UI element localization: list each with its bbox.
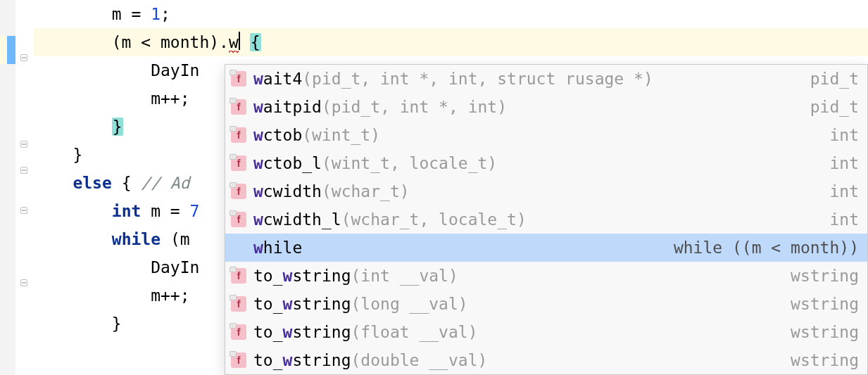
fold-marker-icon[interactable] bbox=[20, 141, 27, 148]
completion-return-type: wstring bbox=[791, 262, 859, 290]
completion-name: to_wstring bbox=[253, 262, 351, 290]
completion-params: (wint_t) bbox=[302, 121, 380, 149]
completion-name: wcwidth bbox=[253, 177, 322, 205]
completion-params: (wint_t, locale_t) bbox=[322, 149, 497, 177]
fold-marker-icon[interactable] bbox=[20, 54, 27, 61]
fold-marker-icon[interactable] bbox=[20, 279, 27, 286]
function-icon: f bbox=[231, 155, 246, 171]
completion-return-type: int bbox=[829, 205, 859, 234]
completion-params: (wchar_t) bbox=[322, 177, 410, 205]
completion-return-type: int bbox=[829, 121, 859, 149]
completion-params: (wchar_t, locale_t) bbox=[341, 205, 527, 234]
autocomplete-popup[interactable]: fwait4(pid_t, int *, int, struct rusage … bbox=[225, 64, 868, 375]
function-icon: f bbox=[231, 212, 246, 227]
function-icon: f bbox=[231, 71, 246, 87]
completion-item[interactable]: fto_wstring(float __val)wstring bbox=[225, 318, 867, 346]
typed-text: w bbox=[229, 33, 239, 53]
completion-params: (double __val) bbox=[351, 346, 488, 374]
completion-name: to_wstring bbox=[253, 290, 351, 318]
completion-return-type: int bbox=[829, 177, 859, 205]
completion-name: wctob bbox=[253, 121, 302, 149]
completion-name: wcwidth_l bbox=[253, 205, 341, 234]
brace-highlight: { bbox=[250, 33, 261, 51]
change-marker bbox=[7, 36, 15, 64]
completion-return-type: pid_t bbox=[810, 65, 859, 93]
completion-item[interactable]: fwcwidth_l(wchar_t, locale_t)int bbox=[225, 205, 867, 234]
completion-params: (long __val) bbox=[351, 290, 468, 318]
completion-params: (pid_t, int *, int, struct rusage *) bbox=[302, 65, 653, 93]
completion-return-type: wstring bbox=[791, 346, 859, 374]
completion-return-type: while ((m < month)) bbox=[674, 234, 859, 262]
function-icon: f bbox=[231, 184, 246, 199]
fold-marker-icon[interactable] bbox=[20, 207, 27, 214]
completion-item[interactable]: whilewhile ((m < month)) bbox=[225, 234, 867, 262]
editor-area[interactable]: m = 1; (m < month).w { DayIn m++; } } el… bbox=[0, 0, 868, 375]
completion-return-type: wstring bbox=[791, 318, 859, 346]
completion-item[interactable]: fwaitpid(pid_t, int *, int)pid_t bbox=[225, 93, 867, 121]
brace-highlight: } bbox=[112, 117, 123, 136]
completion-name: to_wstring bbox=[253, 318, 351, 346]
completion-name: waitpid bbox=[253, 93, 322, 121]
function-icon: f bbox=[231, 127, 246, 143]
completion-params: (float __val) bbox=[351, 318, 478, 346]
completion-name: wctob_l bbox=[253, 149, 322, 177]
completion-name: while bbox=[253, 234, 302, 262]
code-line-active[interactable]: (m < month).w { bbox=[34, 28, 868, 56]
text-caret bbox=[239, 32, 240, 50]
fold-marker-icon[interactable] bbox=[20, 167, 27, 174]
keyword-icon bbox=[231, 240, 246, 255]
function-icon: f bbox=[231, 324, 246, 340]
completion-return-type: int bbox=[829, 149, 859, 177]
completion-item[interactable]: fwait4(pid_t, int *, int, struct rusage … bbox=[225, 65, 867, 93]
completion-return-type: pid_t bbox=[810, 93, 859, 121]
function-icon: f bbox=[231, 268, 246, 284]
function-icon: f bbox=[231, 99, 246, 115]
completion-name: wait4 bbox=[253, 65, 302, 93]
completion-item[interactable]: fto_wstring(long __val)wstring bbox=[225, 290, 867, 318]
completion-item[interactable]: fto_wstring(double __val)wstring bbox=[225, 346, 867, 374]
function-icon: f bbox=[231, 352, 246, 368]
completion-return-type: wstring bbox=[791, 290, 859, 318]
completion-params: (pid_t, int *, int) bbox=[322, 93, 507, 121]
completion-item[interactable]: fwcwidth(wchar_t)int bbox=[225, 177, 867, 205]
completion-item[interactable]: fto_wstring(int __val)wstring bbox=[225, 262, 867, 290]
code-line[interactable]: m = 1; bbox=[34, 0, 868, 28]
function-icon: f bbox=[231, 296, 246, 312]
completion-item[interactable]: fwctob_l(wint_t, locale_t)int bbox=[225, 149, 867, 177]
completion-params: (int __val) bbox=[351, 262, 458, 290]
completion-name: to_wstring bbox=[253, 346, 351, 374]
completion-item[interactable]: fwctob(wint_t)int bbox=[225, 121, 867, 149]
